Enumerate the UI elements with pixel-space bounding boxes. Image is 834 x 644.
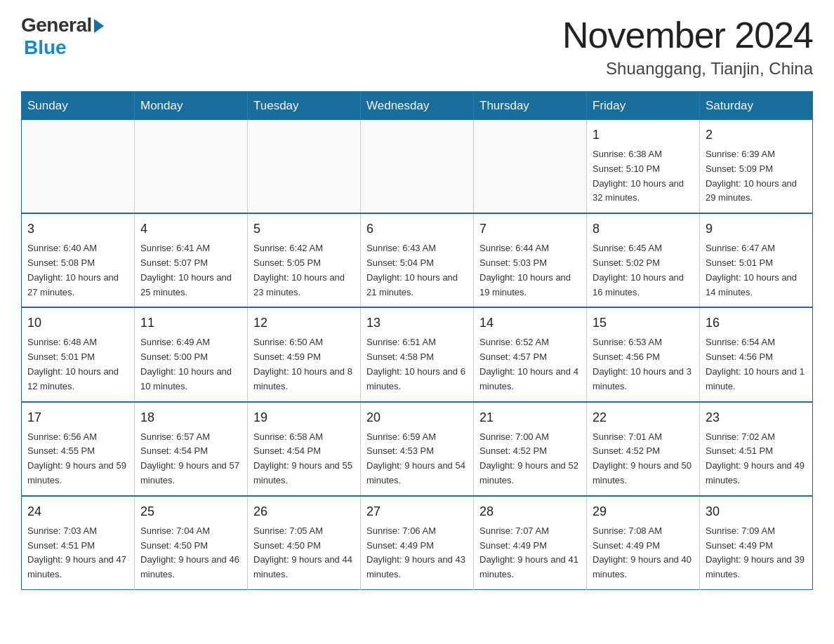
logo-arrow-icon (94, 19, 104, 33)
day-number: 22 (593, 408, 694, 427)
day-number: 26 (253, 502, 355, 521)
calendar-cell: 16Sunrise: 6:54 AMSunset: 4:56 PMDayligh… (700, 307, 813, 401)
day-info: Sunrise: 6:54 AMSunset: 4:56 PMDaylight:… (706, 335, 807, 394)
day-info: Sunrise: 6:51 AMSunset: 4:58 PMDaylight:… (366, 335, 468, 394)
day-number: 10 (27, 314, 128, 333)
weekday-header-saturday: Saturday (700, 92, 813, 121)
day-info: Sunrise: 7:08 AMSunset: 4:49 PMDaylight:… (593, 524, 694, 582)
calendar-cell: 30Sunrise: 7:09 AMSunset: 4:49 PMDayligh… (700, 496, 813, 590)
calendar-week-5: 24Sunrise: 7:03 AMSunset: 4:51 PMDayligh… (22, 496, 813, 590)
calendar-cell: 3Sunrise: 6:40 AMSunset: 5:08 PMDaylight… (22, 213, 135, 307)
day-number: 1 (593, 126, 694, 145)
calendar-cell: 26Sunrise: 7:05 AMSunset: 4:50 PMDayligh… (248, 496, 361, 590)
weekday-header-friday: Friday (587, 92, 700, 121)
calendar-cell: 21Sunrise: 7:00 AMSunset: 4:52 PMDayligh… (474, 402, 587, 496)
calendar-cell: 11Sunrise: 6:49 AMSunset: 5:00 PMDayligh… (135, 307, 248, 401)
calendar-cell: 6Sunrise: 6:43 AMSunset: 5:04 PMDaylight… (361, 213, 474, 307)
day-number: 9 (706, 220, 807, 239)
calendar-cell: 9Sunrise: 6:47 AMSunset: 5:01 PMDaylight… (700, 213, 813, 307)
day-info: Sunrise: 6:41 AMSunset: 5:07 PMDaylight:… (140, 241, 241, 300)
day-number: 24 (27, 502, 128, 521)
day-number: 30 (706, 502, 807, 521)
calendar-week-3: 10Sunrise: 6:48 AMSunset: 5:01 PMDayligh… (22, 307, 813, 401)
day-info: Sunrise: 7:06 AMSunset: 4:49 PMDaylight:… (366, 524, 468, 582)
day-number: 16 (706, 314, 807, 333)
location-text: Shuanggang, Tianjin, China (562, 59, 813, 79)
calendar-cell: 28Sunrise: 7:07 AMSunset: 4:49 PMDayligh… (474, 496, 587, 590)
calendar-cell: 23Sunrise: 7:02 AMSunset: 4:51 PMDayligh… (700, 402, 813, 496)
day-number: 3 (27, 220, 128, 239)
day-number: 2 (706, 126, 807, 145)
day-number: 12 (253, 314, 355, 333)
calendar-cell: 7Sunrise: 6:44 AMSunset: 5:03 PMDaylight… (474, 213, 587, 307)
day-info: Sunrise: 6:52 AMSunset: 4:57 PMDaylight:… (479, 335, 581, 394)
month-year-title: November 2024 (562, 14, 813, 56)
day-info: Sunrise: 6:42 AMSunset: 5:05 PMDaylight:… (253, 241, 355, 300)
day-info: Sunrise: 6:59 AMSunset: 4:53 PMDaylight:… (366, 430, 468, 488)
day-info: Sunrise: 6:58 AMSunset: 4:54 PMDaylight:… (253, 430, 355, 488)
day-info: Sunrise: 6:56 AMSunset: 4:55 PMDaylight:… (27, 430, 128, 488)
calendar-body: 1Sunrise: 6:38 AMSunset: 5:10 PMDaylight… (22, 120, 813, 589)
calendar-cell (361, 120, 474, 213)
calendar-cell: 1Sunrise: 6:38 AMSunset: 5:10 PMDaylight… (587, 120, 700, 213)
day-info: Sunrise: 6:50 AMSunset: 4:59 PMDaylight:… (253, 335, 355, 394)
day-info: Sunrise: 6:40 AMSunset: 5:08 PMDaylight:… (27, 241, 128, 300)
weekday-header-wednesday: Wednesday (361, 92, 474, 121)
day-info: Sunrise: 7:05 AMSunset: 4:50 PMDaylight:… (253, 524, 355, 582)
calendar-cell: 22Sunrise: 7:01 AMSunset: 4:52 PMDayligh… (587, 402, 700, 496)
calendar-cell: 12Sunrise: 6:50 AMSunset: 4:59 PMDayligh… (248, 307, 361, 401)
calendar-cell: 24Sunrise: 7:03 AMSunset: 4:51 PMDayligh… (22, 496, 135, 590)
day-info: Sunrise: 6:47 AMSunset: 5:01 PMDaylight:… (706, 241, 807, 300)
day-number: 7 (479, 220, 581, 239)
day-info: Sunrise: 7:07 AMSunset: 4:49 PMDaylight:… (479, 524, 581, 582)
day-info: Sunrise: 6:45 AMSunset: 5:02 PMDaylight:… (593, 241, 694, 300)
logo-blue-text: Blue (24, 36, 67, 59)
calendar-cell: 25Sunrise: 7:04 AMSunset: 4:50 PMDayligh… (135, 496, 248, 590)
day-number: 13 (366, 314, 468, 333)
day-info: Sunrise: 7:01 AMSunset: 4:52 PMDaylight:… (593, 430, 694, 488)
day-info: Sunrise: 7:02 AMSunset: 4:51 PMDaylight:… (706, 430, 807, 488)
calendar-cell: 15Sunrise: 6:53 AMSunset: 4:56 PMDayligh… (587, 307, 700, 401)
page-header: General Blue November 2024 Shuanggang, T… (21, 14, 813, 79)
day-info: Sunrise: 6:53 AMSunset: 4:56 PMDaylight:… (593, 335, 694, 394)
day-info: Sunrise: 7:09 AMSunset: 4:49 PMDaylight:… (706, 524, 807, 582)
day-info: Sunrise: 7:04 AMSunset: 4:50 PMDaylight:… (140, 524, 241, 582)
day-number: 27 (366, 502, 468, 521)
calendar-header: SundayMondayTuesdayWednesdayThursdayFrid… (22, 92, 813, 121)
calendar-cell (22, 120, 135, 213)
calendar-cell: 4Sunrise: 6:41 AMSunset: 5:07 PMDaylight… (135, 213, 248, 307)
day-number: 21 (479, 408, 581, 427)
day-info: Sunrise: 6:43 AMSunset: 5:04 PMDaylight:… (366, 241, 468, 300)
day-info: Sunrise: 6:38 AMSunset: 5:10 PMDaylight:… (593, 147, 694, 206)
day-number: 4 (140, 220, 241, 239)
calendar-cell: 8Sunrise: 6:45 AMSunset: 5:02 PMDaylight… (587, 213, 700, 307)
calendar-cell: 27Sunrise: 7:06 AMSunset: 4:49 PMDayligh… (361, 496, 474, 590)
calendar-cell: 18Sunrise: 6:57 AMSunset: 4:54 PMDayligh… (135, 402, 248, 496)
calendar-cell: 13Sunrise: 6:51 AMSunset: 4:58 PMDayligh… (361, 307, 474, 401)
calendar-week-2: 3Sunrise: 6:40 AMSunset: 5:08 PMDaylight… (22, 213, 813, 307)
day-number: 23 (706, 408, 807, 427)
weekday-header-row: SundayMondayTuesdayWednesdayThursdayFrid… (22, 92, 813, 121)
day-info: Sunrise: 6:49 AMSunset: 5:00 PMDaylight:… (140, 335, 241, 394)
calendar-cell: 17Sunrise: 6:56 AMSunset: 4:55 PMDayligh… (22, 402, 135, 496)
calendar-cell (474, 120, 587, 213)
day-info: Sunrise: 6:57 AMSunset: 4:54 PMDaylight:… (140, 430, 241, 488)
day-number: 19 (253, 408, 355, 427)
calendar-cell (135, 120, 248, 213)
day-info: Sunrise: 7:03 AMSunset: 4:51 PMDaylight:… (27, 524, 128, 582)
day-number: 15 (593, 314, 694, 333)
day-number: 8 (593, 220, 694, 239)
calendar-week-4: 17Sunrise: 6:56 AMSunset: 4:55 PMDayligh… (22, 402, 813, 496)
day-number: 25 (140, 502, 241, 521)
day-number: 17 (27, 408, 128, 427)
weekday-header-tuesday: Tuesday (248, 92, 361, 121)
calendar-cell (248, 120, 361, 213)
weekday-header-sunday: Sunday (22, 92, 135, 121)
day-info: Sunrise: 7:00 AMSunset: 4:52 PMDaylight:… (479, 430, 581, 488)
calendar-week-1: 1Sunrise: 6:38 AMSunset: 5:10 PMDaylight… (22, 120, 813, 213)
day-number: 14 (479, 314, 581, 333)
day-number: 28 (479, 502, 581, 521)
calendar-cell: 14Sunrise: 6:52 AMSunset: 4:57 PMDayligh… (474, 307, 587, 401)
day-number: 29 (593, 502, 694, 521)
day-number: 11 (140, 314, 241, 333)
